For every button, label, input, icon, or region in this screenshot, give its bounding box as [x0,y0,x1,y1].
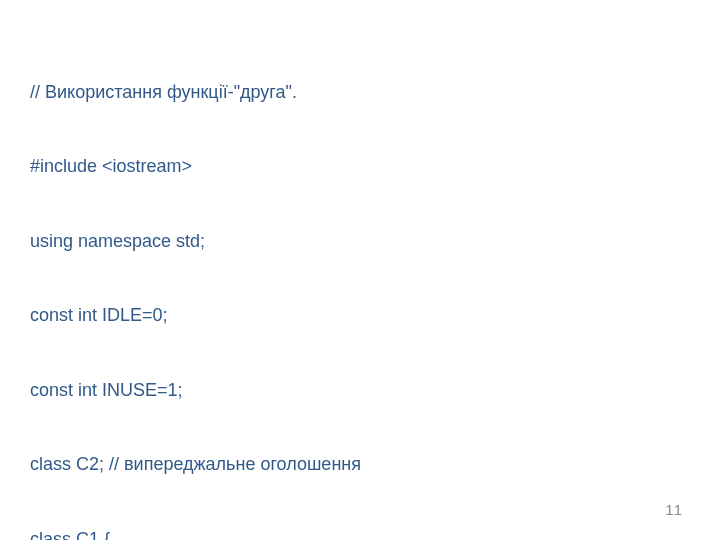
code-line: class C2; // випереджальне оголошення [30,452,690,477]
code-line: #include <iostream> [30,154,690,179]
code-block: // Використання функції-"друга". #includ… [30,30,690,540]
page-number: 11 [665,501,682,518]
slide: // Використання функції-"друга". #includ… [0,0,720,540]
code-line: class C1 { [30,527,690,540]
code-line: const int IDLE=0; [30,303,690,328]
code-line: const int INUSE=1; [30,378,690,403]
code-line: // Використання функції-"друга". [30,80,690,105]
code-line: using namespace std; [30,229,690,254]
